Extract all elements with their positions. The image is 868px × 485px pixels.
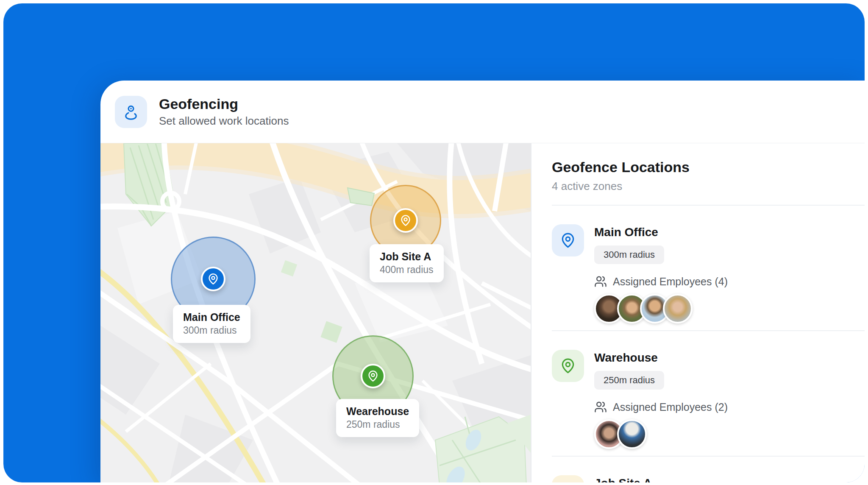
assigned-employees-label: Assigned Employees (2)	[613, 401, 728, 413]
location-list: Main Office 300m radius Assigned Employe…	[552, 206, 865, 482]
avatar-group	[594, 419, 728, 449]
map-pin-icon	[552, 475, 584, 482]
location-name: Job Site A	[594, 476, 652, 482]
location-name: Warehouse	[594, 351, 728, 365]
zone-label-radius: 300m radius	[183, 325, 240, 336]
users-icon	[594, 401, 607, 413]
location-details: Job Site A	[594, 475, 652, 482]
zone-marker-pin[interactable]	[361, 364, 385, 388]
panel-header: Geofence Locations 4 active zones	[552, 143, 865, 206]
map-tiles	[100, 143, 531, 482]
zone-label-title: Main Office	[183, 311, 240, 323]
assigned-employees-label: Assigned Employees (4)	[613, 276, 728, 288]
card-body: Main Office300m radius Job Site A400m ra…	[100, 143, 865, 482]
zone-marker-pin[interactable]	[393, 208, 418, 233]
zone-label-title: Job Site A	[380, 250, 434, 263]
page-title: Geofencing	[159, 96, 289, 112]
map-pin-icon	[552, 350, 584, 382]
zone-label-title: Wearehouse	[346, 405, 409, 418]
location-list-item[interactable]: Main Office 300m radius Assigned Employe…	[552, 206, 865, 331]
geofencing-card: Geofencing Set allowed work locations	[100, 81, 865, 482]
assigned-employees-row: Assigned Employees (4)	[594, 275, 728, 288]
employee-avatar	[617, 419, 647, 449]
employee-avatar	[663, 294, 693, 323]
zone-marker-pin[interactable]	[201, 267, 225, 291]
brand-canvas: Geofencing Set allowed work locations	[3, 3, 865, 482]
zone-label-card: Job Site A400m radius	[370, 244, 444, 282]
geofence-locations-panel: Geofence Locations 4 active zones Main O…	[531, 143, 865, 482]
radius-badge: 250m radius	[594, 371, 664, 390]
zone-label-card: Main Office300m radius	[173, 305, 250, 343]
avatar-group	[594, 294, 728, 323]
location-list-item[interactable]: Warehouse 250m radius Assigned Employees…	[552, 331, 865, 457]
header-text: Geofencing Set allowed work locations	[159, 96, 289, 128]
active-zones-count: 4 active zones	[552, 180, 865, 193]
map-area[interactable]: Main Office300m radius Job Site A400m ra…	[100, 143, 531, 482]
page-subtitle: Set allowed work locations	[159, 114, 289, 128]
map-pin-icon	[552, 224, 584, 256]
location-details: Warehouse 250m radius Assigned Employees…	[594, 350, 728, 449]
card-header: Geofencing Set allowed work locations	[100, 81, 865, 143]
panel-title: Geofence Locations	[552, 159, 865, 176]
location-list-item[interactable]: Job Site A	[552, 457, 865, 482]
radius-badge: 300m radius	[594, 245, 664, 264]
assigned-employees-row: Assigned Employees (2)	[594, 401, 728, 413]
location-name: Main Office	[594, 225, 728, 240]
zone-label-card: Wearehouse250m radius	[336, 399, 419, 437]
users-icon	[594, 275, 607, 288]
zone-label-radius: 250m radius	[346, 419, 409, 430]
zone-label-radius: 400m radius	[380, 264, 434, 276]
location-details: Main Office 300m radius Assigned Employe…	[594, 224, 728, 323]
geofencing-pin-icon	[115, 96, 147, 128]
